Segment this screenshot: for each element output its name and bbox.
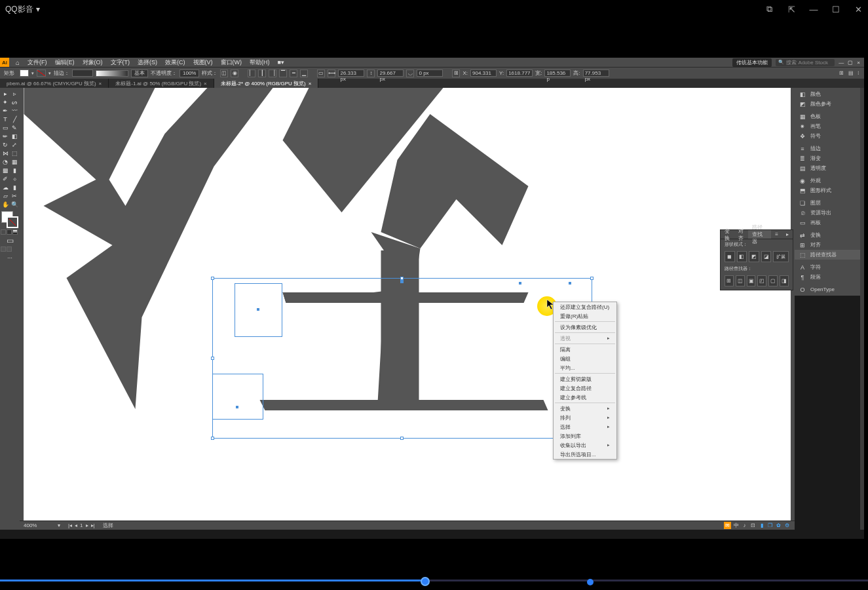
panel-OpenType[interactable]: OOpenType bbox=[795, 285, 860, 294]
panel-图层[interactable]: ❏图层 bbox=[795, 198, 860, 208]
ctx-item[interactable]: 重做(R)粘贴 bbox=[554, 311, 616, 321]
artboard-num[interactable]: 1 bbox=[80, 522, 83, 528]
search-stock[interactable]: 搜索 Adobe Stock bbox=[776, 59, 835, 66]
close-icon[interactable]: × bbox=[309, 81, 312, 87]
gradient-tool[interactable]: ▮ bbox=[10, 166, 19, 174]
stroke-weight[interactable] bbox=[72, 69, 93, 77]
panel-资源导出[interactable]: ⎚资源导出 bbox=[795, 208, 860, 218]
dim-2-icon[interactable]: ↕ bbox=[367, 69, 375, 77]
exclude-icon[interactable]: ◪ bbox=[761, 251, 772, 262]
handle-bl[interactable] bbox=[211, 437, 214, 440]
ctx-item[interactable]: 设为像素级优化 bbox=[554, 323, 616, 332]
line-tool[interactable]: ╱ bbox=[10, 115, 19, 123]
playhead[interactable] bbox=[421, 577, 430, 586]
zoom-dd-icon[interactable]: ▾ bbox=[58, 522, 60, 528]
shaper-tool[interactable]: ✏ bbox=[1, 132, 10, 140]
panel-图形样式[interactable]: ⬒图形样式 bbox=[795, 186, 860, 195]
slice-tool[interactable]: ✂ bbox=[10, 191, 19, 200]
pen-tool[interactable]: ✒ bbox=[1, 106, 10, 115]
screen-mode[interactable]: ▭ bbox=[1, 236, 19, 245]
fill-stroke-swatch[interactable] bbox=[1, 211, 18, 228]
player-timeline[interactable] bbox=[0, 577, 868, 583]
artboard-tool[interactable]: ▱ bbox=[1, 191, 10, 200]
panel-透明度[interactable]: ▤透明度 bbox=[795, 163, 860, 173]
home-icon[interactable]: ⌂ bbox=[16, 59, 20, 66]
scale-tool[interactable]: ⤢ bbox=[10, 140, 19, 149]
align-m-icon[interactable]: ━ bbox=[290, 69, 297, 77]
dim-1-icon[interactable]: ⟷ bbox=[328, 69, 335, 77]
ctx-item[interactable]: 选择▸ bbox=[554, 422, 616, 431]
style-dd[interactable]: 基本 bbox=[131, 69, 148, 77]
right-strip[interactable] bbox=[860, 88, 864, 530]
panel-色板[interactable]: ▦色板 bbox=[795, 111, 860, 121]
ctx-item[interactable]: 编组 bbox=[554, 354, 616, 363]
tab-1[interactable]: 未标题-1.ai @ 50% (RGB/GPU 预览)× bbox=[109, 79, 214, 88]
graph-tool[interactable]: ▮ bbox=[10, 183, 19, 191]
expand-button[interactable]: 扩展 bbox=[773, 251, 789, 262]
minus-back-icon[interactable]: ◨ bbox=[780, 275, 789, 286]
unite-icon[interactable]: ◼ bbox=[725, 251, 735, 262]
menu-object[interactable]: 对象(O) bbox=[79, 58, 107, 67]
menu-window[interactable]: 窗口(W) bbox=[217, 58, 246, 67]
panel-字符[interactable]: A字符 bbox=[795, 262, 860, 272]
ctx-item[interactable]: 排列▸ bbox=[554, 413, 616, 422]
shape-ico[interactable]: ▭ bbox=[317, 69, 325, 77]
ctx-item[interactable]: 还原建立复合路径(U) bbox=[554, 302, 616, 311]
rect-tool[interactable]: ▭ bbox=[1, 123, 10, 132]
tray-icon[interactable]: ▮ bbox=[758, 522, 765, 529]
pin-icon[interactable]: ⇱ bbox=[787, 5, 796, 14]
panel-menu-icon[interactable]: ≡ bbox=[771, 230, 782, 239]
dropdown-icon[interactable]: ▾ bbox=[36, 5, 40, 14]
ctx-item[interactable]: 隔离 bbox=[554, 345, 616, 354]
shape-h[interactable]: 29.667 px bbox=[377, 69, 404, 77]
eyedropper-tool[interactable]: ✐ bbox=[1, 174, 10, 183]
corner[interactable]: 0 px bbox=[417, 69, 443, 77]
mesh-tool[interactable]: ▩ bbox=[1, 166, 10, 174]
tray-icon[interactable]: ⊡ bbox=[749, 522, 757, 529]
min-icon[interactable]: — bbox=[839, 60, 844, 66]
width-tool[interactable]: ⋈ bbox=[1, 149, 10, 157]
align-b-icon[interactable]: ▁ bbox=[300, 69, 308, 77]
panel-颜色[interactable]: ◧颜色 bbox=[795, 89, 860, 99]
panel-路径查找器[interactable]: ⬚路径查找器 bbox=[795, 250, 860, 260]
max2-icon[interactable]: ▢ bbox=[848, 60, 853, 66]
panel-变换[interactable]: ⇄变换 bbox=[795, 230, 860, 240]
align-r-icon[interactable]: ▕ bbox=[269, 69, 276, 77]
menu-type[interactable]: 文字(T) bbox=[107, 58, 134, 67]
rotate-tool[interactable]: ↻ bbox=[1, 140, 10, 149]
shape-w[interactable]: 26.333 px bbox=[338, 69, 364, 77]
close-icon[interactable]: × bbox=[204, 81, 207, 87]
intersect-icon[interactable]: ◩ bbox=[749, 251, 759, 262]
panel-画板[interactable]: ▭画板 bbox=[795, 218, 860, 227]
menu-view[interactable]: 视图(V) bbox=[189, 58, 217, 67]
tab-0[interactable]: pbem.ai @ 66.67% (CMYK/GPU 预览)× bbox=[0, 79, 109, 88]
tray-icon[interactable]: ✉ bbox=[724, 522, 731, 529]
canvas[interactable]: 还原建立复合路径(U)重做(R)粘贴设为像素级优化透视▸隔离编组平均...建立剪… bbox=[24, 88, 791, 521]
direct-select-tool[interactable]: ▹ bbox=[10, 89, 19, 98]
align-l-icon[interactable]: ▏ bbox=[248, 69, 255, 77]
ctx-item[interactable]: 收集以导出▸ bbox=[554, 441, 616, 450]
hand-tool[interactable]: ✋ bbox=[1, 200, 10, 208]
panel-对齐[interactable]: ⊞对齐 bbox=[795, 240, 860, 250]
outline-icon[interactable]: ▢ bbox=[768, 275, 778, 286]
h-field[interactable]: 77.953 px bbox=[583, 69, 609, 77]
ctx-item[interactable]: 建立复合路径 bbox=[554, 384, 616, 393]
zoom-tool[interactable]: 🔍 bbox=[10, 200, 19, 208]
next-icon[interactable]: ▸ bbox=[86, 522, 88, 528]
pf-tab-align[interactable]: 对齐 bbox=[734, 230, 748, 239]
popout-icon[interactable]: ⧉ bbox=[764, 5, 774, 14]
brush-tool[interactable]: ✎ bbox=[10, 123, 19, 132]
menu-help[interactable]: 帮助(H) bbox=[246, 58, 274, 67]
first-icon[interactable]: |◂ bbox=[68, 522, 72, 528]
ctx-item[interactable]: 添加到库 bbox=[554, 431, 616, 441]
free-transform-tool[interactable]: ⬚ bbox=[10, 149, 19, 157]
divide-icon[interactable]: ⊞ bbox=[725, 275, 734, 286]
profile-dd[interactable] bbox=[96, 70, 128, 77]
close-icon[interactable]: ✕ bbox=[854, 5, 863, 14]
panel-画笔[interactable]: ✷画笔 bbox=[795, 121, 860, 131]
opacity-dd[interactable]: 100% bbox=[179, 69, 199, 77]
pf-tab-transform[interactable]: 变换 bbox=[721, 230, 734, 239]
ctx-item[interactable]: 变换▸ bbox=[554, 404, 616, 413]
recolor-icon[interactable]: ◉ bbox=[231, 69, 238, 77]
tray-icon[interactable]: ✿ bbox=[775, 522, 782, 529]
